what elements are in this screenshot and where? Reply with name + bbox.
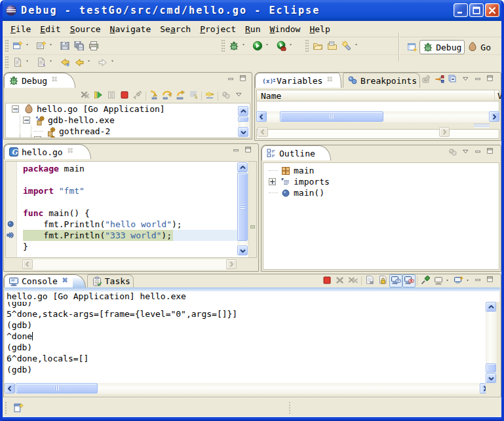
menu-navigate[interactable]: Navigate: [106, 22, 156, 36]
new-element-button[interactable]: [34, 39, 48, 53]
maximize-button[interactable]: [469, 3, 484, 17]
code-line[interactable]: package main: [17, 163, 237, 174]
scroll-thumb[interactable]: [280, 111, 383, 122]
print-button[interactable]: [87, 39, 101, 53]
debug-dropdown[interactable]: [241, 39, 248, 53]
clear-console-button[interactable]: [363, 274, 376, 287]
maximize-view-icon[interactable]: [487, 276, 495, 286]
scroll-thumb[interactable]: [238, 117, 248, 122]
outline-tab[interactable]: Outline: [262, 145, 318, 160]
pin-console-button[interactable]: [419, 274, 432, 287]
step-over-button[interactable]: [161, 90, 174, 103]
last-edit-location-button[interactable]: [10, 55, 25, 69]
title-bar[interactable]: Debug - testGo/src/cmd/hello.go - Eclips…: [0, 0, 504, 21]
minimize-view-icon[interactable]: [475, 276, 483, 286]
menu-file[interactable]: File: [6, 22, 35, 36]
menu-edit[interactable]: Edit: [35, 22, 65, 36]
menu-source[interactable]: Source: [66, 22, 106, 36]
search-dropdown[interactable]: [354, 39, 361, 53]
next-annotation-dropdown[interactable]: [48, 55, 56, 69]
new-element-dropdown[interactable]: [48, 39, 56, 53]
view-menu-button[interactable]: [459, 147, 473, 160]
close-tab-icon[interactable]: [68, 147, 75, 157]
code-editor[interactable]: package mainimport "fmt"func main() { fm…: [17, 162, 237, 257]
close-button[interactable]: [485, 3, 499, 17]
breakpoints-tab[interactable]: Breakpoints: [343, 73, 420, 88]
open-console-button[interactable]: [452, 274, 465, 287]
scroll-up-button[interactable]: [238, 106, 248, 116]
remove-all-launches-button[interactable]: [347, 274, 360, 287]
scroll-thumb[interactable]: [486, 363, 496, 373]
scroll-lock-button[interactable]: [376, 274, 389, 287]
sort-button[interactable]: [446, 147, 459, 160]
step-into-button[interactable]: [147, 90, 161, 103]
minimize-view-icon[interactable]: [233, 147, 241, 156]
column-header-name[interactable]: Name: [257, 90, 495, 101]
scroll-up-button[interactable]: [237, 162, 248, 172]
search-button[interactable]: [339, 39, 354, 53]
view-menu-button[interactable]: [233, 90, 246, 103]
new-wizard-dropdown[interactable]: [25, 39, 32, 53]
save-all-button[interactable]: [72, 39, 87, 53]
collapse-all-button[interactable]: [446, 74, 459, 87]
tasks-tab[interactable]: Tasks: [87, 274, 134, 287]
debug-tab[interactable]: Debug: [4, 73, 62, 88]
instruction-pointer-icon[interactable]: [7, 231, 16, 240]
forward-button[interactable]: [96, 55, 110, 69]
run-dropdown[interactable]: [265, 39, 272, 53]
editor-annotation-ruler[interactable]: [6, 162, 17, 257]
view-menu-button[interactable]: [459, 74, 473, 87]
show-logical-structure-button[interactable]: [433, 74, 446, 87]
console-output[interactable]: (gdb)5^done,stack-args=[frame={level="0"…: [5, 302, 486, 383]
scroll-down-button[interactable]: [237, 246, 248, 255]
code-line[interactable]: [17, 196, 237, 208]
scroll-thumb[interactable]: [16, 383, 98, 394]
maximize-view-icon[interactable]: [487, 148, 495, 158]
console-tab[interactable]: Console: [4, 274, 73, 287]
suspend-button[interactable]: [105, 90, 118, 103]
menu-window[interactable]: Window: [265, 22, 305, 36]
scroll-left-button[interactable]: [5, 383, 15, 394]
open-console-dropdown[interactable]: [467, 276, 471, 286]
code-line[interactable]: }: [17, 241, 237, 252]
scroll-left-button[interactable]: [256, 111, 267, 122]
disconnect-button[interactable]: [131, 90, 144, 103]
collapse-icon[interactable]: [12, 105, 19, 113]
scroll-down-button[interactable]: [486, 373, 496, 383]
external-tools-dropdown[interactable]: [288, 39, 296, 53]
go-perspective-button[interactable]: Go: [465, 41, 494, 54]
breakpoint-icon[interactable]: [7, 220, 16, 229]
code-line[interactable]: [17, 174, 237, 185]
show-stdout-button[interactable]: [389, 274, 402, 287]
code-line[interactable]: fmt.Println("hello world");: [17, 219, 237, 230]
display-console-dropdown[interactable]: [446, 276, 451, 286]
resume-button[interactable]: [92, 90, 105, 103]
back-dropdown[interactable]: [87, 55, 94, 69]
editor-vscrollbar[interactable]: [237, 162, 248, 257]
menu-search[interactable]: Search: [155, 22, 195, 36]
drop-to-frame-button[interactable]: [187, 90, 200, 103]
tree-item[interactable]: gdb-hello.exe: [12, 115, 250, 126]
variables-tab[interactable]: (x)Variables: [255, 73, 338, 88]
remove-launch-button[interactable]: [334, 274, 347, 287]
column-header-value[interactable]: V: [495, 91, 503, 101]
step-return-button[interactable]: [174, 90, 187, 103]
back-button[interactable]: [72, 55, 87, 69]
save-button[interactable]: [58, 39, 72, 53]
show-type-names-button[interactable]: [420, 74, 433, 87]
debug-tree-scrollbar[interactable]: [238, 106, 249, 137]
fast-view-icon[interactable]: [13, 402, 25, 414]
code-line[interactable]: import "fmt": [17, 185, 237, 196]
debug-button[interactable]: [227, 39, 241, 53]
tree-item[interactable]: imports: [269, 176, 499, 187]
use-step-filters-button[interactable]: [203, 90, 216, 103]
run-button[interactable]: [250, 39, 265, 53]
tree-item[interactable]: [12, 134, 250, 138]
collapse-icon[interactable]: [34, 136, 41, 138]
external-tools-button[interactable]: [274, 39, 288, 53]
code-line[interactable]: fmt.Println("333 world");: [17, 230, 237, 241]
close-tab-icon[interactable]: [52, 75, 60, 86]
minimize-button[interactable]: [454, 3, 468, 17]
scroll-up-button[interactable]: [486, 302, 496, 312]
tree-item[interactable]: main: [269, 165, 499, 176]
